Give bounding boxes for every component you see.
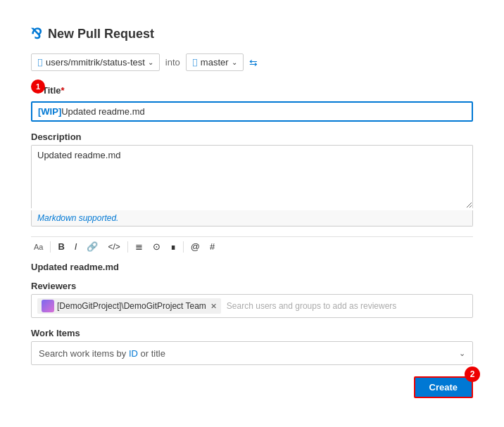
toolbar-mention[interactable]: @ [188,240,203,253]
description-section: Description Markdown supported. [31,132,473,227]
work-items-placeholder: Search work items by ID or title [39,348,459,359]
title-label: Title* [42,85,65,96]
toolbar-divider-2 [127,241,128,253]
markdown-note: Markdown supported. [31,210,473,227]
work-items-title-text: title [151,348,165,359]
step-2-badge: 2 [465,367,480,382]
target-branch-icon: ⌷ [192,57,198,68]
work-items-placeholder-pre: Search work items by [39,348,129,359]
title-input[interactable] [61,106,466,117]
source-branch-name: users/mmitrik/status-test [46,57,145,68]
work-items-id-link: ID [129,348,138,359]
create-btn-wrapper: 2 Create [414,376,473,398]
toolbar-list-ul[interactable]: ≣ [132,240,146,253]
work-items-field[interactable]: Search work items by ID or title ⌄ [31,341,473,365]
create-button[interactable]: Create [414,376,473,398]
title-section: 1 Title* [WIP] [31,85,473,122]
pr-icon: ⅋ [31,25,42,42]
reviewer-avatar [42,300,54,312]
toolbar-fontsize[interactable]: Aa [31,241,46,253]
work-items-label: Work Items [31,328,473,338]
description-textarea[interactable] [31,145,473,208]
toolbar-bold[interactable]: B [55,240,67,253]
title-wip-tag: [WIP] [38,106,61,117]
source-branch-selector[interactable]: ⌷ users/mmitrik/status-test ⌄ [31,53,160,71]
toolbar-divider-3 [183,241,184,253]
toolbar-link[interactable]: 🔗 [84,240,101,253]
toolbar-hash[interactable]: # [207,240,218,253]
toolbar-italic[interactable]: I [72,240,80,253]
toolbar-indent[interactable]: ∎ [168,240,179,253]
reviewers-section: Reviewers [DemoGitProject]\DemoGitProjec… [31,281,473,318]
into-label: into [165,57,180,68]
toolbar-list-ol[interactable]: ⊙ [150,240,163,253]
target-branch-selector[interactable]: ⌷ master ⌄ [186,53,244,71]
description-label: Description [31,132,473,142]
commits-label: Updated readme.md [31,262,473,272]
work-items-section: Work Items Search work items by ID or ti… [31,328,473,365]
page-container: ⅋ New Pull Request ⌷ users/mmitrik/statu… [14,14,490,409]
toolbar-code[interactable]: </> [105,241,122,253]
page-header: ⅋ New Pull Request [31,25,473,42]
target-branch-name: master [201,57,229,68]
target-branch-chevron: ⌄ [232,58,237,66]
reviewers-label: Reviewers [31,281,473,291]
step-1-badge: 1 [31,79,45,94]
source-branch-icon: ⌷ [37,57,43,68]
work-items-or: or [138,348,151,359]
editor-toolbar: Aa B I 🔗 </> ≣ ⊙ ∎ @ # [31,236,473,256]
work-items-chevron-icon: ⌄ [459,349,465,358]
footer: 2 Create [31,376,473,398]
reviewer-name: [DemoGitProject]\DemoGitProject Team [57,301,206,311]
title-input-container: [WIP] [31,101,473,122]
reviewer-search-placeholder: Search users and groups to add as review… [227,301,467,311]
toolbar-divider-1 [50,241,51,253]
swap-branches-button[interactable]: ⇆ [249,57,258,68]
page-title: New Pull Request [48,27,154,42]
reviewer-remove-button[interactable]: ✕ [210,302,217,311]
branch-row: ⌷ users/mmitrik/status-test ⌄ into ⌷ mas… [31,53,473,71]
reviewer-tag: [DemoGitProject]\DemoGitProject Team ✕ [37,298,221,314]
reviewers-field[interactable]: [DemoGitProject]\DemoGitProject Team ✕ S… [31,294,473,318]
source-branch-chevron: ⌄ [148,58,153,66]
